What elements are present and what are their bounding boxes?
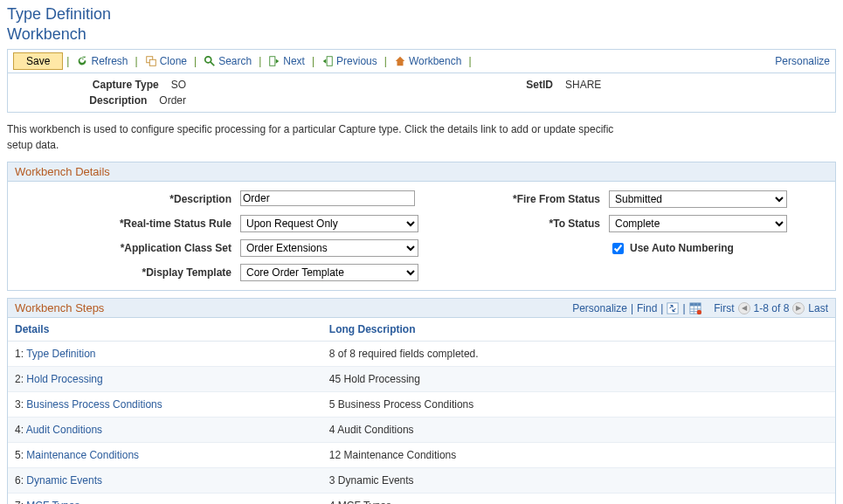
next-label: Next xyxy=(283,55,305,67)
capture-type-value: SO xyxy=(166,79,186,91)
grid-actions: Personalize | Find | | First ◀ 1-8 of 8 … xyxy=(572,302,828,314)
toolbar-separator: | xyxy=(194,55,197,67)
details-cell: 3: Business Process Conditions xyxy=(8,392,322,418)
next-link[interactable]: Next xyxy=(268,55,305,67)
workbench-label: Workbench xyxy=(409,55,461,67)
row-number: 2: xyxy=(15,373,26,385)
detail-link[interactable]: Dynamic Events xyxy=(26,474,102,487)
detail-link[interactable]: Hold Processing xyxy=(26,373,102,385)
workbench-steps-box: Workbench Steps Personalize | Find | | F… xyxy=(7,298,836,504)
spreadsheet-icon[interactable] xyxy=(689,302,701,314)
table-row: 1: Type Definition8 of 8 required fields… xyxy=(8,342,835,367)
workbench-steps-grid: Details Long Description 1: Type Definit… xyxy=(8,318,835,504)
row-number: 6: xyxy=(15,474,26,487)
grid-range-label: 1-8 of 8 xyxy=(754,302,790,314)
fire-from-select[interactable]: Submitted xyxy=(609,190,787,208)
toolbar-separator: | xyxy=(66,55,69,67)
details-cell: 7: MCF Types xyxy=(8,494,322,505)
app-class-label: *Application Class Set xyxy=(17,242,235,254)
details-cell: 4: Audit Conditions xyxy=(8,418,322,443)
long-desc-cell: 8 of 8 required fields completed. xyxy=(322,342,835,367)
grid-separator: | xyxy=(682,302,685,314)
refresh-link[interactable]: Refresh xyxy=(76,55,128,67)
to-status-label: *To Status xyxy=(429,217,604,230)
auto-numbering-checkbox[interactable] xyxy=(612,243,624,254)
col-details[interactable]: Details xyxy=(8,318,322,342)
col-long-desc[interactable]: Long Description xyxy=(322,318,835,342)
long-desc-cell: 5 Business Process Conditions xyxy=(322,392,835,418)
long-desc-cell: 4 Audit Conditions xyxy=(322,418,835,443)
long-desc-cell: 4 MCF Types xyxy=(322,494,835,505)
capture-type-label: Capture Type xyxy=(15,79,166,91)
zoom-icon[interactable] xyxy=(667,302,679,314)
refresh-icon xyxy=(76,55,88,67)
svg-point-2 xyxy=(205,57,211,63)
table-row: 4: Audit Conditions4 Audit Conditions xyxy=(8,418,835,443)
details-cell: 2: Hold Processing xyxy=(8,367,322,392)
workbench-details-header: Workbench Details xyxy=(8,162,835,182)
fire-from-label: *Fire From Status xyxy=(429,193,604,205)
detail-link[interactable]: Audit Conditions xyxy=(26,424,102,436)
display-template-select[interactable]: Core Order Template xyxy=(240,264,418,281)
table-row: 6: Dynamic Events3 Dynamic Events xyxy=(8,468,835,494)
svg-rect-1 xyxy=(149,59,155,66)
previous-label: Previous xyxy=(336,55,377,67)
save-button[interactable]: Save xyxy=(13,52,63,70)
toolbar-separator: | xyxy=(135,55,138,67)
svg-rect-8 xyxy=(689,302,700,306)
row-number: 7: xyxy=(15,500,26,504)
search-link[interactable]: Search xyxy=(204,55,252,67)
search-label: Search xyxy=(218,55,252,67)
grid-personalize-link[interactable]: Personalize xyxy=(572,302,627,314)
table-row: 2: Hold Processing45 Hold Processing xyxy=(8,367,835,392)
table-row: 7: MCF Types4 MCF Types xyxy=(8,494,835,505)
long-desc-cell: 3 Dynamic Events xyxy=(322,468,835,494)
row-number: 3: xyxy=(15,398,26,411)
grid-last-label[interactable]: Last xyxy=(808,302,828,314)
workbench-steps-title: Workbench Steps xyxy=(15,301,104,314)
row-number: 5: xyxy=(15,449,26,461)
grid-separator: | xyxy=(631,302,633,314)
description-field-label: *Description xyxy=(17,193,235,205)
detail-link[interactable]: Type Definition xyxy=(26,348,95,360)
page-subtitle: Workbench xyxy=(7,25,840,44)
workbench-steps-header-bar: Workbench Steps Personalize | Find | | F… xyxy=(8,299,835,318)
workbench-details-form: *Description *Fire From Status Submitted… xyxy=(8,182,835,290)
realtime-select[interactable]: Upon Request Only xyxy=(240,215,418,232)
detail-link[interactable]: MCF Types xyxy=(26,500,79,504)
app-class-select[interactable]: Order Extensions xyxy=(240,239,418,257)
details-cell: 5: Maintenance Conditions xyxy=(8,443,322,468)
grid-next-button[interactable]: ▶ xyxy=(792,302,805,314)
setid-value: SHARE xyxy=(560,79,601,107)
display-template-label: *Display Template xyxy=(17,266,235,279)
details-cell: 6: Dynamic Events xyxy=(8,468,322,494)
home-icon xyxy=(394,55,406,67)
svg-rect-6 xyxy=(667,302,678,313)
toolbar-separator: | xyxy=(312,55,314,67)
description-label: Description xyxy=(15,94,154,107)
clone-label: Clone xyxy=(160,55,187,67)
to-status-select[interactable]: Complete xyxy=(609,215,787,232)
grid-separator: | xyxy=(660,302,663,314)
workbench-link[interactable]: Workbench xyxy=(394,55,461,67)
grid-find-link[interactable]: Find xyxy=(637,302,657,314)
auto-numbering-label[interactable]: Use Auto Numbering xyxy=(630,242,734,254)
row-number: 1: xyxy=(15,348,26,360)
row-number: 4: xyxy=(15,424,26,436)
description-input[interactable] xyxy=(240,190,415,206)
detail-link[interactable]: Business Process Conditions xyxy=(26,398,162,411)
clone-link[interactable]: Clone xyxy=(145,55,187,67)
refresh-label: Refresh xyxy=(91,55,128,67)
next-icon xyxy=(268,55,280,67)
personalize-link[interactable]: Personalize xyxy=(775,55,830,67)
realtime-label: *Real-time Status Rule xyxy=(17,217,235,230)
grid-prev-button[interactable]: ◀ xyxy=(738,302,750,314)
table-row: 3: Business Process Conditions5 Business… xyxy=(8,392,835,418)
toolbar: Save | Refresh | Clone | Search | Next |… xyxy=(8,50,835,73)
svg-line-3 xyxy=(211,62,214,66)
svg-point-13 xyxy=(696,309,701,314)
detail-link[interactable]: Maintenance Conditions xyxy=(26,449,139,461)
previous-link[interactable]: Previous xyxy=(321,55,377,67)
grid-first-label[interactable]: First xyxy=(714,302,734,314)
previous-icon xyxy=(321,55,334,67)
